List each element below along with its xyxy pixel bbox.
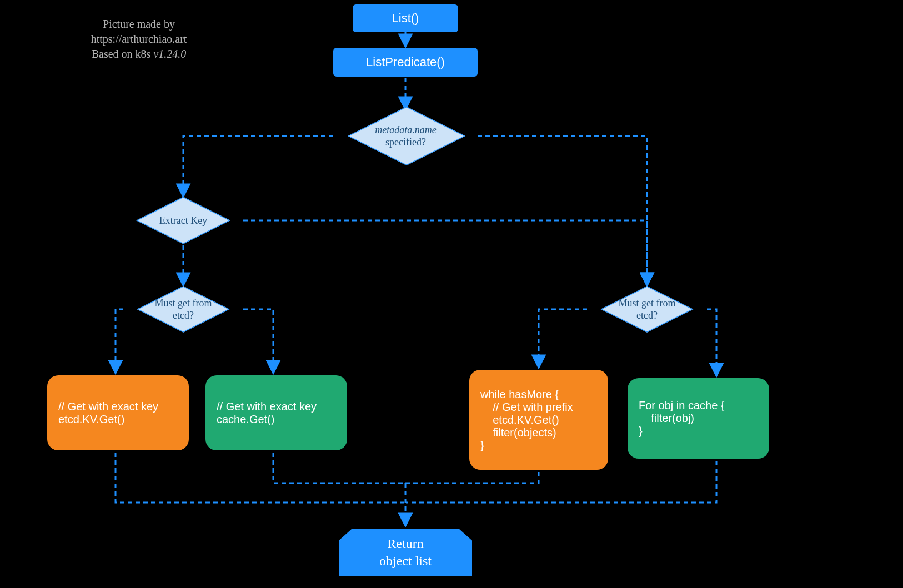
arrow-orangeL-to-bus [116, 453, 405, 502]
attrib-line1: Picture made by [103, 18, 175, 30]
node-return: Return object list [339, 529, 472, 576]
attribution-text: Picture made by https://arthurchiao.art … [67, 17, 211, 62]
node-etcd-get-exact: // Get with exact key etcd.KV.Get() [47, 375, 189, 450]
node-etcd-get-prefix-loop-text: while hasMore { // Get with prefix etcd.… [480, 388, 573, 452]
decision-metadata-name: metadata.name specified? [324, 94, 488, 178]
node-etcd-get-prefix-loop: while hasMore { // Get with prefix etcd.… [469, 370, 608, 470]
node-list: List() [353, 4, 458, 32]
node-cache-get-exact-text: // Get with exact key cache.Get() [217, 400, 317, 426]
decision-extract-key: Extract Key [114, 187, 253, 254]
node-cache-filter-loop: For obj in cache { filter(obj) } [628, 378, 769, 459]
node-etcd-get-exact-text: // Get with exact key etcd.KV.Get() [58, 400, 158, 426]
arrow-orangeR-to-bus [405, 472, 539, 483]
node-list-predicate: ListPredicate() [333, 48, 478, 77]
arrow-greenL-to-bus [273, 453, 405, 483]
arrow-extract-to-etcd-right [243, 220, 647, 284]
node-cache-get-exact: // Get with exact key cache.Get() [205, 375, 347, 450]
decision-etcd-right-label: Must get from etcd? [619, 297, 676, 322]
arrow-etcdR-to-orangeR [539, 309, 587, 366]
node-return-label: Return object list [379, 535, 432, 570]
flowchart-canvas: Picture made by https://arthurchiao.art … [0, 0, 903, 588]
node-cache-filter-loop-text: For obj in cache { filter(obj) } [639, 399, 725, 438]
decision-etcd-left-label: Must get from etcd? [155, 297, 212, 322]
node-list-predicate-label: ListPredicate() [366, 55, 445, 69]
decision-extract-key-label: Extract Key [159, 214, 207, 227]
decision-etcd-left: Must get from etcd? [117, 277, 250, 342]
attrib-line3: Based on k8s Based on k8s v1.24.0v1.24.0 [92, 48, 187, 60]
attrib-line2: https://arthurchiao.art [91, 33, 187, 45]
arrow-meta-to-etcd-right [478, 136, 647, 284]
node-list-label: List() [392, 11, 419, 26]
decision-etcd-right: Must get from etcd? [580, 277, 714, 342]
arrow-meta-to-extract [183, 136, 333, 195]
decision-metadata-em: metadata.name [375, 124, 436, 135]
decision-metadata-rest: specified? [385, 137, 426, 148]
